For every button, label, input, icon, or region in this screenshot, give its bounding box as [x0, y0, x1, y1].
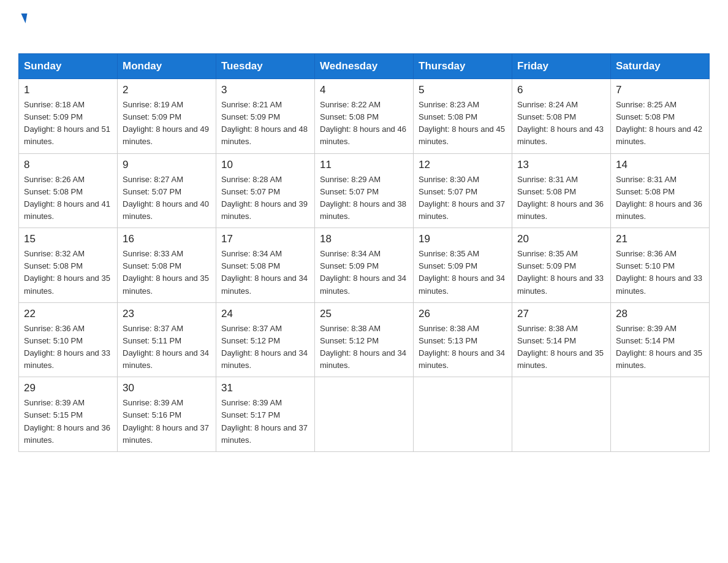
- calendar-week-row: 15Sunrise: 8:32 AMSunset: 5:08 PMDayligh…: [19, 228, 710, 303]
- calendar-cell: 30Sunrise: 8:39 AMSunset: 5:16 PMDayligh…: [118, 377, 216, 452]
- day-number: 14: [616, 159, 704, 171]
- calendar-cell: 1Sunrise: 8:18 AMSunset: 5:09 PMDaylight…: [19, 79, 118, 154]
- calendar-cell: [315, 377, 414, 452]
- day-info: Sunrise: 8:31 AMSunset: 5:08 PMDaylight:…: [517, 174, 605, 223]
- day-number: 8: [24, 159, 112, 171]
- day-info: Sunrise: 8:35 AMSunset: 5:09 PMDaylight:…: [517, 248, 605, 297]
- day-info: Sunrise: 8:39 AMSunset: 5:15 PMDaylight:…: [24, 397, 112, 446]
- day-number: 22: [24, 308, 112, 320]
- calendar-cell: 4Sunrise: 8:22 AMSunset: 5:08 PMDaylight…: [315, 79, 414, 154]
- calendar-cell: 22Sunrise: 8:36 AMSunset: 5:10 PMDayligh…: [19, 302, 118, 377]
- calendar-cell: 31Sunrise: 8:39 AMSunset: 5:17 PMDayligh…: [216, 377, 315, 452]
- day-number: 3: [221, 84, 309, 96]
- day-info: Sunrise: 8:34 AMSunset: 5:08 PMDaylight:…: [221, 248, 309, 297]
- day-header-monday: Monday: [118, 54, 216, 79]
- calendar-table: SundayMondayTuesdayWednesdayThursdayFrid…: [18, 53, 710, 452]
- calendar-cell: 19Sunrise: 8:35 AMSunset: 5:09 PMDayligh…: [414, 228, 512, 303]
- calendar-cell: 23Sunrise: 8:37 AMSunset: 5:11 PMDayligh…: [118, 302, 216, 377]
- day-number: 25: [320, 308, 408, 320]
- calendar-cell: 15Sunrise: 8:32 AMSunset: 5:08 PMDayligh…: [19, 228, 118, 303]
- day-info: Sunrise: 8:38 AMSunset: 5:12 PMDaylight:…: [320, 323, 408, 372]
- day-info: Sunrise: 8:25 AMSunset: 5:08 PMDaylight:…: [616, 99, 704, 148]
- day-info: Sunrise: 8:35 AMSunset: 5:09 PMDaylight:…: [419, 248, 507, 297]
- calendar-cell: 29Sunrise: 8:39 AMSunset: 5:15 PMDayligh…: [19, 377, 118, 452]
- day-number: 24: [221, 308, 309, 320]
- day-number: 9: [123, 159, 211, 171]
- day-info: Sunrise: 8:18 AMSunset: 5:09 PMDaylight:…: [24, 99, 112, 148]
- calendar-cell: 11Sunrise: 8:29 AMSunset: 5:07 PMDayligh…: [315, 153, 414, 228]
- day-info: Sunrise: 8:38 AMSunset: 5:13 PMDaylight:…: [419, 323, 507, 372]
- day-info: Sunrise: 8:32 AMSunset: 5:08 PMDaylight:…: [24, 248, 112, 297]
- day-number: 6: [517, 84, 605, 96]
- day-number: 29: [24, 382, 112, 394]
- day-number: 2: [123, 84, 211, 96]
- calendar-cell: 26Sunrise: 8:38 AMSunset: 5:13 PMDayligh…: [414, 302, 512, 377]
- day-number: 17: [221, 233, 309, 245]
- calendar-cell: 20Sunrise: 8:35 AMSunset: 5:09 PMDayligh…: [512, 228, 611, 303]
- calendar-cell: 5Sunrise: 8:23 AMSunset: 5:08 PMDaylight…: [414, 79, 512, 154]
- calendar-week-row: 29Sunrise: 8:39 AMSunset: 5:15 PMDayligh…: [19, 377, 710, 452]
- day-info: Sunrise: 8:39 AMSunset: 5:14 PMDaylight:…: [616, 323, 704, 372]
- day-info: Sunrise: 8:27 AMSunset: 5:07 PMDaylight:…: [123, 174, 211, 223]
- day-number: 16: [123, 233, 211, 245]
- calendar-cell: 3Sunrise: 8:21 AMSunset: 5:09 PMDaylight…: [216, 79, 315, 154]
- day-number: 7: [616, 84, 704, 96]
- calendar-week-row: 1Sunrise: 8:18 AMSunset: 5:09 PMDaylight…: [19, 79, 710, 154]
- day-info: Sunrise: 8:33 AMSunset: 5:08 PMDaylight:…: [123, 248, 211, 297]
- calendar-cell: 7Sunrise: 8:25 AMSunset: 5:08 PMDaylight…: [611, 79, 710, 154]
- calendar-cell: [512, 377, 611, 452]
- day-header-sunday: Sunday: [19, 54, 118, 79]
- calendar-cell: 8Sunrise: 8:26 AMSunset: 5:08 PMDaylight…: [19, 153, 118, 228]
- day-number: 27: [517, 308, 605, 320]
- day-number: 20: [517, 233, 605, 245]
- day-info: Sunrise: 8:38 AMSunset: 5:14 PMDaylight:…: [517, 323, 605, 372]
- calendar-week-row: 22Sunrise: 8:36 AMSunset: 5:10 PMDayligh…: [19, 302, 710, 377]
- logo: [18, 12, 26, 41]
- calendar-cell: 17Sunrise: 8:34 AMSunset: 5:08 PMDayligh…: [216, 228, 315, 303]
- day-header-saturday: Saturday: [611, 54, 710, 79]
- calendar-cell: 16Sunrise: 8:33 AMSunset: 5:08 PMDayligh…: [118, 228, 216, 303]
- day-number: 12: [419, 159, 507, 171]
- day-info: Sunrise: 8:37 AMSunset: 5:12 PMDaylight:…: [221, 323, 309, 372]
- calendar-cell: 25Sunrise: 8:38 AMSunset: 5:12 PMDayligh…: [315, 302, 414, 377]
- day-number: 18: [320, 233, 408, 245]
- day-info: Sunrise: 8:39 AMSunset: 5:16 PMDaylight:…: [123, 397, 211, 446]
- calendar-cell: 6Sunrise: 8:24 AMSunset: 5:08 PMDaylight…: [512, 79, 611, 154]
- calendar-cell: 18Sunrise: 8:34 AMSunset: 5:09 PMDayligh…: [315, 228, 414, 303]
- calendar-header-row: SundayMondayTuesdayWednesdayThursdayFrid…: [19, 54, 710, 79]
- calendar-cell: 24Sunrise: 8:37 AMSunset: 5:12 PMDayligh…: [216, 302, 315, 377]
- day-number: 13: [517, 159, 605, 171]
- calendar-cell: 27Sunrise: 8:38 AMSunset: 5:14 PMDayligh…: [512, 302, 611, 377]
- day-header-friday: Friday: [512, 54, 611, 79]
- day-header-thursday: Thursday: [414, 54, 512, 79]
- day-header-wednesday: Wednesday: [315, 54, 414, 79]
- calendar-week-row: 8Sunrise: 8:26 AMSunset: 5:08 PMDaylight…: [19, 153, 710, 228]
- day-number: 10: [221, 159, 309, 171]
- day-info: Sunrise: 8:39 AMSunset: 5:17 PMDaylight:…: [221, 397, 309, 446]
- day-info: Sunrise: 8:34 AMSunset: 5:09 PMDaylight:…: [320, 248, 408, 297]
- day-number: 28: [616, 308, 704, 320]
- day-number: 4: [320, 84, 408, 96]
- day-number: 21: [616, 233, 704, 245]
- day-number: 26: [419, 308, 507, 320]
- calendar-cell: 13Sunrise: 8:31 AMSunset: 5:08 PMDayligh…: [512, 153, 611, 228]
- calendar-cell: 9Sunrise: 8:27 AMSunset: 5:07 PMDaylight…: [118, 153, 216, 228]
- day-header-tuesday: Tuesday: [216, 54, 315, 79]
- day-number: 15: [24, 233, 112, 245]
- day-info: Sunrise: 8:23 AMSunset: 5:08 PMDaylight:…: [419, 99, 507, 148]
- page-header: [18, 12, 710, 41]
- day-number: 1: [24, 84, 112, 96]
- calendar-cell: [611, 377, 710, 452]
- day-info: Sunrise: 8:21 AMSunset: 5:09 PMDaylight:…: [221, 99, 309, 148]
- calendar-cell: 28Sunrise: 8:39 AMSunset: 5:14 PMDayligh…: [611, 302, 710, 377]
- day-info: Sunrise: 8:22 AMSunset: 5:08 PMDaylight:…: [320, 99, 408, 148]
- day-info: Sunrise: 8:26 AMSunset: 5:08 PMDaylight:…: [24, 174, 112, 223]
- calendar-cell: 10Sunrise: 8:28 AMSunset: 5:07 PMDayligh…: [216, 153, 315, 228]
- day-number: 23: [123, 308, 211, 320]
- day-number: 30: [123, 382, 211, 394]
- day-number: 5: [419, 84, 507, 96]
- day-info: Sunrise: 8:29 AMSunset: 5:07 PMDaylight:…: [320, 174, 408, 223]
- calendar-cell: 12Sunrise: 8:30 AMSunset: 5:07 PMDayligh…: [414, 153, 512, 228]
- day-info: Sunrise: 8:30 AMSunset: 5:07 PMDaylight:…: [419, 174, 507, 223]
- day-number: 19: [419, 233, 507, 245]
